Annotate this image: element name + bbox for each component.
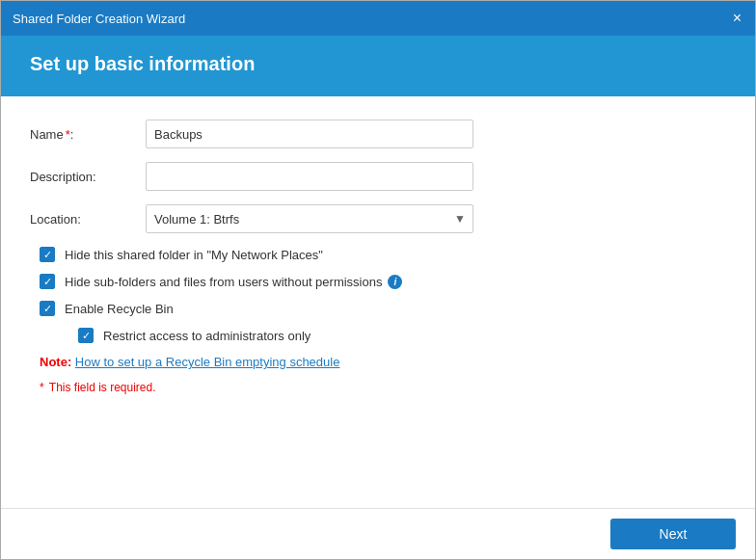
- hide-subfolders-checkbox[interactable]: ✓: [40, 274, 55, 289]
- restrict-admin-label: Restrict access to administrators only: [103, 329, 310, 343]
- name-input[interactable]: [146, 120, 473, 148]
- page-title: Set up basic information: [30, 53, 726, 75]
- checkmark-icon: ✓: [43, 250, 52, 260]
- restrict-admin-row: ✓ Restrict access to administrators only: [30, 328, 726, 343]
- checkmark-icon: ✓: [43, 277, 52, 287]
- checkmark-icon: ✓: [82, 331, 91, 341]
- location-label: Location:: [30, 212, 146, 227]
- hide-network-label: Hide this shared folder in "My Network P…: [65, 248, 323, 262]
- note-row: Note: How to set up a Recycle Bin emptyi…: [30, 355, 726, 369]
- name-row: Name*:: [30, 120, 726, 148]
- wizard-window: Shared Folder Creation Wizard × Set up b…: [0, 0, 756, 560]
- hide-subfolders-label: Hide sub-folders and files from users wi…: [65, 275, 382, 289]
- next-button[interactable]: Next: [610, 519, 736, 549]
- checkmark-icon: ✓: [43, 304, 52, 314]
- hide-subfolders-row: ✓ Hide sub-folders and files from users …: [30, 274, 726, 289]
- restrict-admin-checkbox[interactable]: ✓: [78, 328, 94, 343]
- hide-network-checkbox[interactable]: ✓: [40, 247, 55, 262]
- description-input[interactable]: [146, 162, 473, 191]
- recycle-bin-link[interactable]: How to set up a Recycle Bin emptying sch…: [75, 355, 340, 369]
- form-content: Name*: Description: Location: Volume 1: …: [1, 96, 755, 508]
- description-row: Description:: [30, 162, 726, 191]
- enable-recycle-row: ✓ Enable Recycle Bin: [30, 301, 726, 316]
- description-label: Description:: [30, 170, 146, 184]
- name-label: Name*:: [30, 127, 146, 142]
- location-row: Location: Volume 1: Btrfs ▼: [30, 204, 726, 233]
- window-title: Shared Folder Creation Wizard: [13, 12, 185, 26]
- enable-recycle-checkbox[interactable]: ✓: [40, 301, 55, 316]
- location-select[interactable]: Volume 1: Btrfs: [146, 204, 473, 233]
- footer: Next: [1, 508, 755, 559]
- close-button[interactable]: ×: [731, 11, 743, 26]
- info-icon[interactable]: i: [388, 275, 402, 289]
- enable-recycle-label: Enable Recycle Bin: [65, 302, 174, 316]
- header-section: Set up basic information: [1, 36, 755, 96]
- title-bar: Shared Folder Creation Wizard ×: [1, 1, 755, 36]
- required-note: * This field is required.: [30, 381, 726, 394]
- location-select-wrapper: Volume 1: Btrfs ▼: [146, 204, 473, 233]
- hide-network-row: ✓ Hide this shared folder in "My Network…: [30, 247, 726, 262]
- note-label: Note:: [40, 355, 71, 369]
